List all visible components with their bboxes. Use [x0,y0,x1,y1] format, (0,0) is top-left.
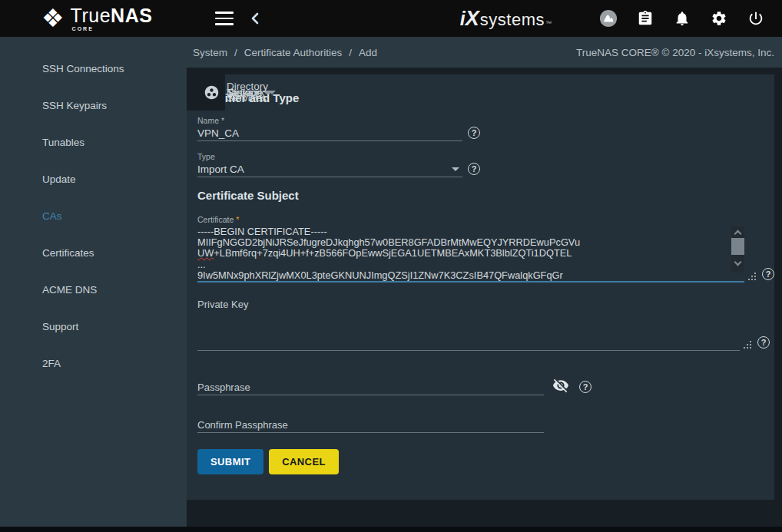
brand-text: TrueNAS CORE [71,6,153,31]
passphrase-field-block: Passphrase ? [197,376,774,395]
breadcrumb-separator: / [349,47,352,58]
certificate-line: 9Iw5MNx9phXRlZjwMX0L3pteGKNUNJImgQZSjI1Z… [197,270,744,281]
sidebar-item-cas[interactable]: CAs [0,197,187,234]
console-footer-strip [0,527,782,532]
brand-name: TrueNAS [71,6,153,25]
submit-button[interactable]: SUBMIT [197,449,263,474]
private-key-help-icon[interactable]: ? [757,336,770,349]
type-help-icon[interactable]: ? [468,163,480,175]
settings-gear-icon[interactable] [710,9,728,28]
passphrase-label: Passphrase [197,382,250,395]
hamburger-menu-icon[interactable] [215,12,234,25]
topbar-actions: iXsystems™ [460,7,765,31]
type-selected-value: Import CA [197,164,244,175]
truecommand-icon[interactable] [599,9,618,28]
brand-name-light: True [71,5,111,26]
breadcrumb: System / Certificate Authorities / Add [193,47,377,58]
ix-logo-text: systems [480,10,545,30]
certificate-label-text: Certificate [197,215,234,224]
certificate-line: UW+LBmf6rq+7zqi4UH+f+zB566FOpEwwSjEGA1UE… [197,248,744,259]
sidebar-item-directory-services[interactable]: Directory Services [187,74,225,111]
type-select[interactable]: Import CA [197,161,462,177]
sidebar-item-label: Support [42,321,78,332]
alerts-bell-icon[interactable] [673,9,691,28]
name-input[interactable]: VPN_CA [197,125,462,141]
sidebar-item-label: SSH Connections [42,63,124,74]
certificate-label: Certificate * [197,215,774,224]
resize-grip-icon[interactable] [743,340,752,349]
jobs-clipboard-icon[interactable] [636,9,654,28]
required-marker: * [221,116,224,125]
power-icon[interactable] [747,9,765,28]
ix-logo-i: i [460,8,466,30]
sidebar-item-label: CAs [42,210,62,222]
sidebar-item-ssh-keypairs[interactable]: SSH Keypairs [0,87,187,124]
breadcrumb-add: Add [359,47,377,58]
name-help-icon[interactable]: ? [468,127,480,139]
form-actions: SUBMIT CANCEL [197,449,774,474]
certificate-content: -----BEGIN CERTIFICATE----- MIIFgNGGD2bj… [197,226,744,283]
type-label: Type [197,152,774,161]
sidebar-item-ssh-connections[interactable]: SSH Connections [0,50,187,87]
private-key-label: Private Key [197,299,774,310]
sidebar-item-label: Certificates [42,247,94,259]
passphrase-help-icon[interactable]: ? [579,381,591,393]
sidebar-item-support[interactable]: Support [0,308,187,345]
name-label-text: Name [197,116,219,125]
topbar: ❖ TrueNAS CORE iXsystems™ [0,0,782,37]
chevron-down-icon [268,91,276,94]
ix-logo-tm: ™ [545,20,552,27]
section-title-certificate-subject: Certificate Subject [197,189,774,202]
brand-edition: CORE [72,26,153,31]
private-key-textarea[interactable] [197,310,740,351]
confirm-passphrase-input[interactable]: Confirm Passphrase [197,416,544,433]
scrollbar-thumb[interactable] [731,238,744,255]
group-work-icon [204,83,220,101]
certificate-textarea[interactable]: -----BEGIN CERTIFICATE----- MIIFgNGGD2bj… [197,226,744,283]
truenas-brand: ❖ TrueNAS CORE [41,6,152,31]
breadcrumb-system[interactable]: System [193,47,227,58]
select-dropdown-arrow-icon [452,167,459,171]
sidebar-item-label: Tunables [42,137,84,148]
passphrase-input[interactable]: Passphrase [197,378,544,395]
confirm-passphrase-field-block: Confirm Passphrase [197,416,774,433]
certificate-line: LGqShwqUqhwb7YQ4IbqQLFiNqVRijO4LP34O7D6w… [197,281,744,283]
scroll-up-icon[interactable] [731,226,744,238]
sidebar-item-update[interactable]: Update [0,160,187,197]
sidebar-item-label: Directory Services [227,81,268,104]
main-content: System / Certificate Authorities / Add T… [187,37,782,532]
collapse-nav-chevron-left-icon[interactable] [250,12,260,25]
private-key-field-block: Private Key ? [197,299,774,351]
sidebar-item-acme-dns[interactable]: ACME DNS [0,271,187,308]
certificate-line: MIIFgNGGD2bjNiJRSeJfugreDJkqhgh57w0BER8G… [197,237,744,248]
sidebar: SSH Connections SSH Keypairs Tunables Up… [0,37,187,532]
sidebar-item-2fa[interactable]: 2FA [0,345,187,382]
certificate-line-rest: +LBmf6rq+7zqi4UH+f+zB566FOpEwwSjEGA1UETM… [214,247,572,259]
ixsystems-logo: iXsystems™ [460,7,552,31]
required-marker: * [236,215,239,224]
spellcheck-flagged-text: UW [197,247,214,259]
add-ca-form-card: Identifier and Type Name * VPN_CA ? Type… [187,74,774,500]
certificate-scrollbar[interactable] [731,226,744,273]
sidebar-item-certificates[interactable]: Certificates [0,234,187,271]
sidebar-item-label: 2FA [42,358,61,369]
brand-name-bold: NAS [111,5,152,26]
cancel-button[interactable]: CANCEL [269,449,339,474]
scroll-down-icon[interactable] [731,255,744,273]
certificate-line: ... [197,259,744,270]
confirm-passphrase-label: Confirm Passphrase [197,419,288,432]
name-label: Name * [197,116,774,125]
ix-logo-x: X [466,7,479,31]
certificate-help-icon[interactable]: ? [762,268,774,280]
toggle-visibility-eye-off-icon[interactable] [552,376,570,395]
sidebar-item-label: Update [42,173,76,185]
breadcrumb-separator: / [234,47,237,58]
copyright-text: TrueNAS CORE® © 2020 - iXsystems, Inc. [576,47,774,58]
breadcrumb-certificate-authorities[interactable]: Certificate Authorities [244,47,343,58]
certificate-line: -----BEGIN CERTIFICATE----- [197,226,744,237]
sidebar-item-label: SSH Keypairs [42,100,107,111]
resize-grip-icon[interactable] [747,272,757,281]
name-field-block: Name * VPN_CA ? [197,116,774,141]
name-value: VPN_CA [197,127,239,139]
sidebar-item-tunables[interactable]: Tunables [0,124,187,160]
